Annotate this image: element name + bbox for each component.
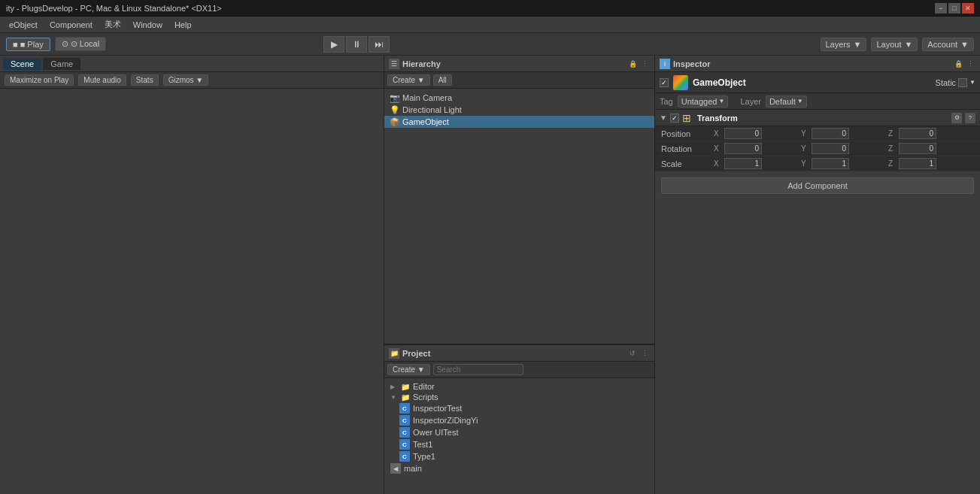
project-tree-type1[interactable]: C Type1 — [384, 450, 654, 462]
scene-mode-icon: ■ — [13, 40, 18, 49]
transform-help-icon[interactable]: ? — [965, 113, 975, 123]
hierarchy-menu-button[interactable]: ⋮ — [639, 59, 650, 69]
rotation-z-axis: Z — [888, 144, 897, 153]
gizmos-button[interactable]: Gizmos ▼ — [163, 74, 209, 86]
pause-button[interactable]: ⏸ — [346, 36, 367, 53]
project-tree-test1[interactable]: C Test1 — [384, 438, 654, 450]
menu-item-gameobject[interactable]: eObject — [3, 19, 44, 31]
layer-chevron-icon: ▼ — [797, 98, 803, 105]
rotation-y-field: Y — [801, 143, 887, 154]
test1-label: Test1 — [413, 440, 432, 449]
position-z-input[interactable] — [899, 128, 936, 139]
layer-label: Layer — [740, 97, 761, 106]
tab-game[interactable]: Game — [43, 58, 80, 70]
scene-tabs: Scene Game — [0, 56, 384, 72]
project-tree-main[interactable]: ◀ main — [384, 462, 654, 474]
maximize-button[interactable]: □ — [948, 3, 960, 14]
minimize-button[interactable]: − — [935, 3, 947, 14]
position-y-field: Y — [801, 128, 887, 139]
type1-label: Type1 — [413, 452, 435, 461]
transform-settings-icon[interactable]: ⚙ — [951, 113, 962, 123]
scene-toolbar: Maximize on Play Mute audio Stats Gizmos… — [0, 72, 384, 89]
position-y-input[interactable] — [812, 128, 849, 139]
object-active-checkbox[interactable] — [660, 78, 669, 87]
inspector-object-bar: GameObject Static ▼ — [655, 72, 980, 93]
project-panel-title: Project — [402, 349, 430, 358]
layers-chevron-icon: ▼ — [854, 40, 862, 49]
menu-item-component[interactable]: Component — [44, 19, 99, 31]
gameobject-icon: 📦 — [390, 117, 399, 126]
step-button[interactable]: ⏭ — [369, 36, 390, 53]
oweruitest-label: Ower UITest — [413, 428, 459, 437]
hierarchy-item-main-camera[interactable]: 📷 Main Camera — [384, 92, 654, 104]
layers-dropdown[interactable]: Layers ▼ — [821, 38, 867, 51]
hierarchy-panel-icon: ☰ — [389, 59, 399, 69]
project-menu-button[interactable]: ⋮ — [639, 348, 650, 359]
transform-scale-fields: X Y Z — [714, 158, 974, 169]
transform-component-header[interactable]: ▼ ⊞ Transform ⚙ ? — [655, 110, 980, 126]
editor-folder-label: Editor — [413, 382, 435, 391]
hierarchy-create-button[interactable]: Create ▼ — [387, 74, 430, 86]
account-dropdown[interactable]: Account ▼ — [922, 38, 974, 51]
scene-mode-label: ■ Play — [20, 40, 44, 49]
position-x-input[interactable] — [724, 128, 762, 139]
inspectorzidingyi-script-icon: C — [399, 415, 410, 426]
play-button[interactable]: ▶ — [323, 36, 344, 53]
hierarchy-item-directional-light[interactable]: 💡 Directional Light — [384, 104, 654, 116]
toolbar: ■ ■ Play ⊙ ⊙ Local ▶ ⏸ ⏭ Layers ▼ Layout… — [0, 33, 980, 56]
layout-label: Layout — [876, 40, 901, 49]
inspector-menu-button[interactable]: ⋮ — [965, 59, 975, 69]
scale-z-input[interactable] — [899, 158, 936, 169]
scale-z-axis: Z — [888, 159, 897, 168]
project-tree-editor[interactable]: ▶ 📁 Editor — [384, 381, 654, 392]
tag-value-dropdown[interactable]: Untagged ▼ — [678, 95, 729, 108]
object-name-label: GameObject — [693, 77, 746, 88]
tab-scene[interactable]: Scene — [3, 58, 41, 70]
rotation-x-field: X — [714, 143, 799, 154]
transform-active-checkbox[interactable] — [670, 114, 679, 123]
transform-scale-row: Scale X Y Z — [655, 156, 980, 171]
project-sync-button[interactable]: ↺ — [627, 348, 638, 359]
project-create-label: Create ▼ — [393, 365, 425, 374]
project-create-button[interactable]: Create ▼ — [387, 364, 430, 375]
position-y-axis: Y — [801, 129, 810, 138]
local-mode-button[interactable]: ⊙ ⊙ Local — [55, 37, 106, 51]
scale-y-field: Y — [801, 158, 887, 169]
add-component-button[interactable]: Add Component — [661, 177, 974, 194]
scale-y-input[interactable] — [812, 158, 849, 169]
local-mode-icon: ⊙ — [62, 39, 68, 49]
layout-chevron-icon: ▼ — [904, 40, 912, 49]
rotation-y-input[interactable] — [812, 143, 849, 154]
menu-item-meishu[interactable]: 美术 — [99, 17, 127, 32]
project-search-input[interactable] — [433, 364, 523, 375]
scale-x-input[interactable] — [724, 158, 762, 169]
stats-button[interactable]: Stats — [131, 74, 159, 86]
window-title: ity - PlugsDevelop - PC, Mac & Linux Sta… — [6, 4, 935, 13]
project-tree-scripts[interactable]: ▼ 📁 Scripts — [384, 392, 654, 402]
scene-mode-button[interactable]: ■ ■ Play — [6, 38, 50, 51]
inspector-lock-button[interactable]: 🔒 — [953, 59, 963, 69]
type1-script-icon: C — [399, 451, 410, 462]
project-tree-oweruitest[interactable]: C Ower UITest — [384, 426, 654, 438]
hierarchy-all-button[interactable]: All — [433, 74, 452, 86]
rotation-x-input[interactable] — [724, 143, 762, 154]
project-tree-inspectortest[interactable]: C InspectorTest — [384, 402, 654, 414]
menu-item-help[interactable]: Help — [168, 19, 198, 31]
scripts-folder-label: Scripts — [413, 392, 438, 402]
directional-light-label: Directional Light — [402, 105, 462, 114]
mute-audio-button[interactable]: Mute audio — [78, 74, 126, 86]
static-checkbox[interactable] — [958, 78, 967, 87]
layer-value-dropdown[interactable]: Default ▼ — [766, 95, 807, 108]
hierarchy-lock-button[interactable]: 🔒 — [627, 59, 638, 69]
hierarchy-item-gameobject[interactable]: 📦 GameObject — [384, 116, 654, 128]
position-x-field: X — [714, 128, 799, 139]
maximize-on-play-button[interactable]: Maximize on Play — [5, 74, 74, 86]
project-section: 📁 Project ↺ ⋮ Create ▼ ▶ 📁 Editor — [384, 344, 654, 494]
rotation-z-input[interactable] — [899, 143, 936, 154]
menu-item-window[interactable]: Window — [127, 19, 168, 31]
project-tree-inspectorzidingyi[interactable]: C InspectorZiDingYi — [384, 414, 654, 426]
layout-dropdown[interactable]: Layout ▼ — [871, 38, 918, 51]
inspector-panel-title: Inspector — [673, 59, 711, 68]
tag-chevron-icon: ▼ — [718, 98, 724, 105]
close-button[interactable]: ✕ — [962, 3, 974, 14]
